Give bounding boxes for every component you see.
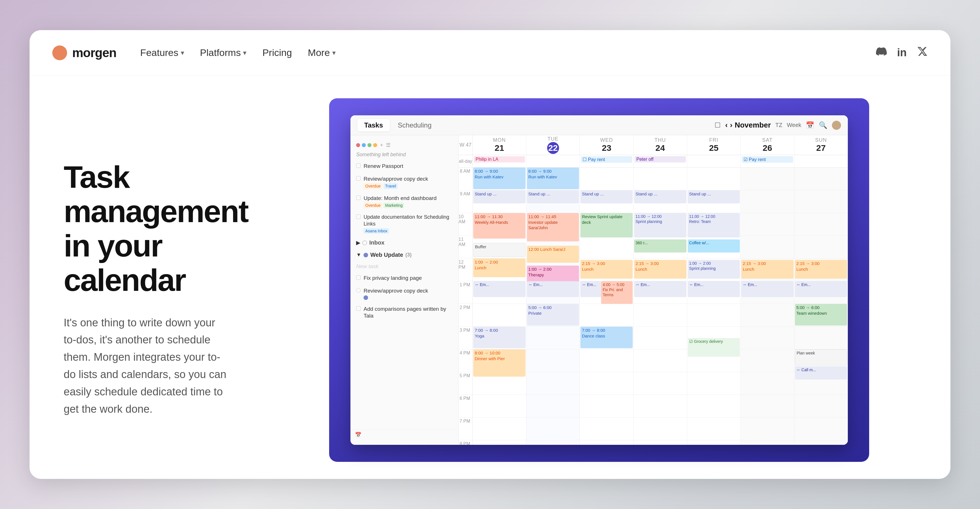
calendar-event[interactable]: 12:00 Lunch Sara/J <box>527 246 579 263</box>
calendar-event[interactable]: ↔ Em... <box>527 281 579 297</box>
calendar-event[interactable]: 1:00 → 2:00Sprint planning <box>688 260 740 279</box>
day-columns: 8:00 → 9:00Run with Katev Stand up ... 1… <box>473 168 848 445</box>
calendar-event[interactable]: Plan week <box>795 349 847 365</box>
calendar-event[interactable]: ↔ Em... <box>741 281 794 297</box>
task-checkbox[interactable] <box>356 176 361 181</box>
app-tab-scheduling[interactable]: Scheduling <box>391 119 439 132</box>
nav-more[interactable]: More ▾ <box>301 43 342 63</box>
calendar-event[interactable]: 1:00 → 2:00Lunch <box>473 258 525 277</box>
calendar-event[interactable]: 2:15 → 3:00Lunch <box>634 260 686 279</box>
list-item: Review/approve copy deck <box>350 285 458 303</box>
search-icon[interactable]: 🔍 <box>819 121 827 129</box>
calendar-event[interactable]: 2:15 → 3:00Lunch <box>581 260 633 279</box>
app-tab-tasks[interactable]: Tasks <box>357 119 390 132</box>
calendar-grid-icon[interactable]: 📅 <box>806 121 814 129</box>
week-num: W 47 <box>458 135 473 155</box>
calendar-event[interactable]: 7:00 → 8:00Dance class <box>581 327 633 348</box>
allday-label: all-day <box>458 155 473 167</box>
time-col: 8 AM 9 AM 10 AM 11 AM 12 PM 1 PM 2 PM 3 … <box>458 168 473 445</box>
calendar-event[interactable]: ↔ Call m... <box>795 366 847 379</box>
day-col-sun-body[interactable]: 2:15 → 3:00Lunch ↔ Em... 5:00 → 6:00Team… <box>794 168 848 445</box>
calendar-event[interactable]: 5:00 → 6:00Team winedown <box>795 304 847 325</box>
nav-links: Features ▾ Platforms ▾ Pricing More ▾ <box>133 43 876 63</box>
nav-pricing[interactable]: Pricing <box>256 43 299 63</box>
logo-area[interactable]: morgen <box>52 46 116 60</box>
task-checkbox[interactable] <box>356 195 361 200</box>
time-9am: 9 AM <box>458 190 473 213</box>
calendar-header: W 47 Mon 21 Tue 22 Wed <box>458 135 848 155</box>
task-checkbox[interactable] <box>356 214 361 219</box>
list-item: Update: Month end dashboard Overdue Mark… <box>350 192 458 211</box>
nav-features-label: Features <box>140 47 178 58</box>
calendar-event[interactable]: 360 r... <box>634 239 686 252</box>
nav-platforms-label: Platforms <box>200 47 241 58</box>
day-col-sat-body[interactable]: 2:15 → 3:00Lunch ↔ Em... <box>741 168 794 445</box>
allday-event[interactable]: Peter off <box>635 156 686 162</box>
calendar-event[interactable]: Stand up ... <box>527 190 579 203</box>
calendar-event[interactable]: 11:00 → 12:00Sprint planning <box>634 213 686 238</box>
calendar-event[interactable]: ↔ Em... <box>795 281 847 297</box>
group-count: (3) <box>405 252 412 258</box>
calendar-event[interactable]: Stand up ... <box>634 190 686 203</box>
calendar-event[interactable]: 2:15 → 3:00Lunch <box>795 260 847 279</box>
logo-text: morgen <box>72 46 116 60</box>
calendar-event[interactable]: ↔ Em... <box>473 281 525 297</box>
calendar-event[interactable]: 4:00 → 5:00Fix Pri. and Terms <box>601 281 633 304</box>
day-col-thu-body[interactable]: Stand up ... 11:00 → 12:00Sprint plannin… <box>633 168 687 445</box>
calendar-event[interactable]: 8:00 → 9:00Run with Katev <box>473 168 525 189</box>
day-col-wed-body[interactable]: Stand up ... Review Sprint update deck 2… <box>580 168 633 445</box>
calendar-event[interactable]: 2:15 → 3:00Lunch <box>741 260 794 279</box>
task-checkbox[interactable] <box>356 306 361 311</box>
allday-event[interactable]: ☐ Pay rent <box>581 156 632 163</box>
calendar-event[interactable]: Buffer <box>473 243 525 257</box>
day-col-sat: Sat 26 <box>741 135 794 155</box>
task-text: Renew Passport <box>364 163 403 170</box>
discord-icon[interactable] <box>876 46 887 59</box>
main-card: morgen Features ▾ Platforms ▾ Pricing Mo… <box>30 30 950 479</box>
calendar-event[interactable]: ↔ Em... <box>581 281 601 297</box>
day-col-tue-body[interactable]: 8:00 → 9:00Run with Katev Stand up ... 1… <box>527 168 580 445</box>
time-6pm: 6 PM <box>458 395 473 417</box>
calendar-event[interactable]: Stand up ... <box>581 190 633 203</box>
calendar-event[interactable]: Stand up ... <box>688 190 740 203</box>
nav-features[interactable]: Features ▾ <box>133 43 191 63</box>
app-body: + ☰ Something left behind Renew Passport <box>350 135 848 445</box>
calendar-event[interactable]: 8:00 → 9:00Run with Katev <box>527 168 579 189</box>
calendar-event[interactable]: Stand up ... <box>473 190 525 203</box>
day-col-wed: Wed 23 <box>580 135 633 155</box>
inbox-group-header[interactable]: ▶ Inbox <box>350 236 458 249</box>
linkedin-icon[interactable]: in <box>897 47 907 59</box>
calendar-event[interactable]: 5:00 → 6:00Private <box>527 304 579 325</box>
task-checkbox[interactable] <box>356 275 361 280</box>
time-2pm: 2 PM <box>458 304 473 327</box>
day-col-tue: Tue 22 <box>527 135 580 155</box>
calendar-event[interactable]: 8:00 → 10:00Dinner with Pier <box>473 349 525 377</box>
app-topbar-right: ☐ ‹ › November TZ Week 📅 🔍 <box>714 121 841 130</box>
allday-event[interactable]: Philip in LA <box>474 156 525 162</box>
list-item: Renew Passport <box>350 160 458 173</box>
next-month-icon[interactable]: › <box>730 121 732 130</box>
avatar[interactable] <box>832 121 841 130</box>
calendar-event[interactable]: 11:00 → 12:00Retro: Team <box>688 213 740 238</box>
day-col-fri-body[interactable]: Stand up ... 11:00 → 12:00Retro: Team Co… <box>687 168 741 445</box>
calendar-event[interactable]: 11:00 → 11:45Investor updateSara/John <box>527 213 579 241</box>
new-task-input: New task <box>350 261 458 272</box>
twitter-icon[interactable] <box>917 46 928 59</box>
calendar-event[interactable]: ☑ Grocery delivery <box>688 338 740 357</box>
allday-event[interactable]: ☑ Pay rent <box>742 156 793 163</box>
view-week-label[interactable]: Week <box>787 122 802 128</box>
list-item: Update documentation for Scheduling Link… <box>350 211 458 236</box>
calendar-event[interactable]: ↔ Em... <box>634 281 686 297</box>
task-checkbox[interactable] <box>356 163 361 168</box>
nav-platforms[interactable]: Platforms ▾ <box>193 43 253 63</box>
task-checkbox[interactable] <box>356 288 361 293</box>
calendar-event[interactable]: 7:00 → 8:00Yoga <box>473 327 525 348</box>
prev-month-icon[interactable]: ‹ <box>725 121 728 130</box>
day-col-mon-body[interactable]: 8:00 → 9:00Run with Katev Stand up ... 1… <box>473 168 527 445</box>
calendar-event[interactable]: Coffee w/... <box>688 239 740 252</box>
calendar-event[interactable]: 11:00 → 11:30Weekly All-Hands <box>473 213 525 239</box>
add-task-icon[interactable]: 📅 <box>355 432 361 438</box>
calendar-event[interactable]: ↔ Em... <box>688 281 740 297</box>
web-update-group-header[interactable]: ▼ Web Update (3) <box>350 249 458 261</box>
calendar-event[interactable]: Review Sprint update deck <box>581 213 633 238</box>
